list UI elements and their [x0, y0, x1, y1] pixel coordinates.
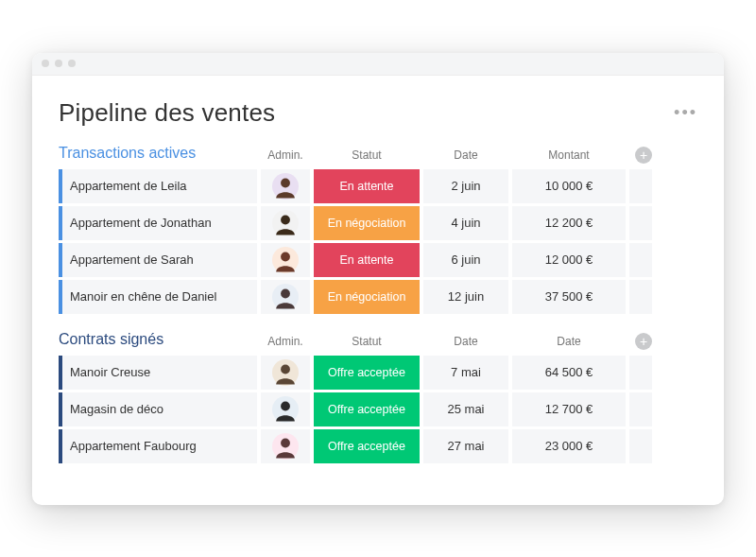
cell-amount[interactable]: 37 500 €	[512, 280, 626, 314]
column-header-status: Statut	[314, 335, 420, 350]
add-column-button[interactable]: +	[635, 147, 652, 164]
window-control-dot[interactable]	[42, 60, 49, 67]
section-header: Contrats signés Admin. Statut Date Date …	[59, 331, 697, 350]
avatar	[272, 284, 299, 310]
table-row[interactable]: Appartement de Sarah En attente 6 juin 1…	[59, 243, 697, 277]
plus-icon: +	[640, 335, 647, 348]
section-header: Transactions actives Admin. Statut Date …	[59, 145, 697, 164]
column-header-admin: Admin.	[261, 148, 310, 164]
cell-admin[interactable]	[261, 169, 310, 203]
cell-admin[interactable]	[261, 429, 310, 463]
plus-icon: +	[640, 148, 647, 162]
cell-amount[interactable]: 10 000 €	[512, 169, 626, 203]
cell-name[interactable]: Appartement de Sarah	[59, 243, 257, 277]
column-header-amount: Montant	[512, 148, 626, 164]
table-row[interactable]: Magasin de déco Offre acceptée 25 mai 12…	[59, 392, 697, 426]
cell-amount[interactable]: 12 000 €	[512, 243, 626, 277]
app-window: Pipeline des ventes ••• Transactions act…	[32, 53, 724, 505]
cell-date[interactable]: 4 juin	[423, 206, 508, 240]
cell-admin[interactable]	[261, 356, 310, 390]
column-header-date: Date	[423, 148, 508, 164]
cell-status[interactable]: Offre acceptée	[314, 429, 420, 463]
rows-container: Manoir Creuse Offre acceptée 7 mai 64 50…	[59, 356, 697, 463]
table-row[interactable]: Appartement Faubourg Offre acceptée 27 m…	[59, 429, 697, 463]
avatar	[272, 210, 299, 236]
cell-empty	[629, 169, 652, 203]
column-header-date: Date	[423, 335, 508, 350]
section: Transactions actives Admin. Statut Date …	[59, 145, 697, 314]
cell-date[interactable]: 12 juin	[423, 280, 508, 314]
svg-point-7	[281, 288, 290, 298]
section: Contrats signés Admin. Statut Date Date …	[59, 331, 697, 463]
rows-container: Appartement de Leila En attente 2 juin 1…	[59, 169, 697, 314]
cell-amount[interactable]: 12 700 €	[512, 392, 626, 426]
cell-name[interactable]: Appartement de Jonathan	[59, 206, 257, 240]
svg-point-3	[281, 215, 290, 224]
cell-status[interactable]: Offre acceptée	[314, 392, 420, 426]
avatar	[272, 359, 299, 386]
add-column-button[interactable]: +	[635, 333, 652, 350]
cell-date[interactable]: 7 mai	[423, 356, 508, 390]
cell-admin[interactable]	[261, 243, 310, 277]
column-header-amount: Date	[512, 335, 626, 350]
cell-status[interactable]: En négociation	[314, 280, 420, 314]
cell-name[interactable]: Magasin de déco	[59, 392, 257, 426]
section-title[interactable]: Transactions actives	[59, 145, 257, 164]
cell-empty	[629, 206, 652, 240]
more-menu-icon[interactable]: •••	[674, 103, 697, 123]
cell-admin[interactable]	[261, 392, 310, 426]
cell-status[interactable]: En attente	[314, 243, 420, 277]
table-row[interactable]: Appartement de Jonathan En négociation 4…	[59, 206, 697, 240]
section-title[interactable]: Contrats signés	[59, 331, 257, 350]
cell-name[interactable]: Appartement Faubourg	[59, 429, 257, 463]
cell-empty	[629, 356, 652, 390]
cell-name[interactable]: Manoir en chêne de Daniel	[59, 280, 257, 314]
cell-empty	[629, 243, 652, 277]
svg-point-13	[281, 438, 290, 447]
column-header-status: Statut	[314, 148, 420, 164]
avatar	[272, 396, 299, 423]
window-control-dot[interactable]	[55, 60, 62, 67]
cell-admin[interactable]	[261, 280, 310, 314]
svg-point-11	[281, 401, 290, 410]
page-header: Pipeline des ventes •••	[59, 98, 697, 128]
avatar	[272, 433, 299, 460]
cell-name[interactable]: Manoir Creuse	[59, 356, 257, 390]
cell-status[interactable]: Offre acceptée	[314, 356, 420, 390]
column-header-admin: Admin.	[261, 335, 310, 350]
cell-admin[interactable]	[261, 206, 310, 240]
page-title: Pipeline des ventes	[59, 98, 275, 128]
cell-date[interactable]: 27 mai	[423, 429, 508, 463]
window-titlebar	[32, 53, 724, 76]
cell-amount[interactable]: 12 200 €	[512, 206, 626, 240]
avatar	[272, 173, 299, 200]
table-row[interactable]: Appartement de Leila En attente 2 juin 1…	[59, 169, 697, 203]
avatar	[272, 247, 299, 273]
cell-name[interactable]: Appartement de Leila	[59, 169, 257, 203]
table-row[interactable]: Manoir Creuse Offre acceptée 7 mai 64 50…	[59, 356, 697, 390]
content-area: Pipeline des ventes ••• Transactions act…	[32, 76, 724, 505]
svg-point-1	[281, 178, 290, 187]
cell-amount[interactable]: 23 000 €	[512, 429, 626, 463]
cell-empty	[629, 280, 652, 314]
table-row[interactable]: Manoir en chêne de Daniel En négociation…	[59, 280, 697, 314]
cell-empty	[629, 392, 652, 426]
svg-point-5	[281, 252, 290, 261]
cell-amount[interactable]: 64 500 €	[512, 356, 626, 390]
cell-status[interactable]: En négociation	[314, 206, 420, 240]
cell-date[interactable]: 2 juin	[423, 169, 508, 203]
cell-empty	[629, 429, 652, 463]
cell-status[interactable]: En attente	[314, 169, 420, 203]
cell-date[interactable]: 25 mai	[423, 392, 508, 426]
cell-date[interactable]: 6 juin	[423, 243, 508, 277]
window-control-dot[interactable]	[68, 60, 76, 67]
svg-point-9	[281, 364, 290, 374]
